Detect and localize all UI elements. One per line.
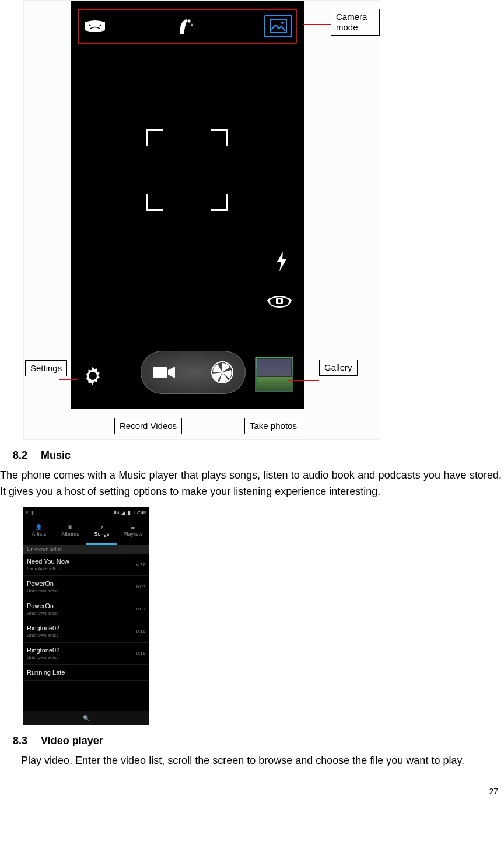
artists-icon: 👤 xyxy=(36,524,42,530)
camera-viewfinder xyxy=(71,1,304,409)
heading-music: 8.2 Music xyxy=(13,449,504,462)
svg-point-3 xyxy=(281,22,284,24)
song-row[interactable]: Ringtone02 Unknown artist 0:11 xyxy=(23,643,149,665)
svg-point-0 xyxy=(89,25,91,26)
songs-icon: ♪ xyxy=(100,524,103,530)
camera-mode-bar[interactable] xyxy=(78,9,297,44)
camera-screenshot: Camera mode Settings Gallery Record Vide… xyxy=(23,0,380,440)
take-photo-button[interactable] xyxy=(205,359,240,386)
battery-icon: ▮ xyxy=(128,510,131,515)
song-row[interactable]: Ringtone02 Unknown artist 0:11 xyxy=(23,620,149,643)
playlists-icon: ≣ xyxy=(131,524,135,530)
switch-camera-icon[interactable] xyxy=(267,292,292,306)
heading-video: 8.3 Video player xyxy=(13,735,504,747)
music-tabs: 👤 Artists ▣ Albums ♪ Songs ≣ Playlists xyxy=(23,518,149,545)
song-row[interactable]: PowerOn Unknown artist 0:03 xyxy=(23,598,149,620)
svg-point-1 xyxy=(100,25,102,26)
tab-songs[interactable]: ♪ Songs xyxy=(86,518,118,545)
song-row[interactable]: Running Late xyxy=(23,665,149,681)
photo-mode-icon[interactable] xyxy=(264,15,292,37)
svg-rect-7 xyxy=(153,367,167,378)
svg-point-6 xyxy=(278,299,281,303)
tab-albums[interactable]: ▣ Albums xyxy=(55,518,86,545)
tab-artists[interactable]: 👤 Artists xyxy=(23,518,55,545)
panorama-mode-icon[interactable] xyxy=(82,16,108,36)
label-gallery: Gallery xyxy=(319,360,358,376)
record-video-button[interactable] xyxy=(146,359,181,386)
capture-controls xyxy=(141,351,246,394)
signal-icon: ◢ xyxy=(121,510,125,515)
tab-playlists[interactable]: ≣ Playlists xyxy=(117,518,149,545)
search-icon: 🔍 xyxy=(83,715,90,721)
music-search-bar[interactable]: 🔍 xyxy=(23,711,149,725)
svg-rect-2 xyxy=(270,20,286,33)
song-row[interactable]: Need You Now Lady Antebellum 4:37 xyxy=(23,554,149,576)
label-take-photos: Take photos xyxy=(244,418,302,434)
wifi-icon: ▾ xyxy=(26,510,29,515)
label-record-videos: Record Videos xyxy=(114,418,182,434)
music-screenshot: ▾ ▮ 3G ◢ ▮ 17:48 👤 Artists ▣ Albums ♪ So… xyxy=(23,507,149,725)
flash-icon[interactable] xyxy=(276,252,288,275)
para-video: Play video. Enter the video list, scroll… xyxy=(0,753,502,769)
focus-frame xyxy=(146,129,228,211)
label-settings: Settings xyxy=(25,360,67,376)
network-label: 3G xyxy=(112,510,119,515)
para-music: The phone comes with a Music player that… xyxy=(0,467,502,500)
status-bar: ▾ ▮ 3G ◢ ▮ 17:48 xyxy=(23,507,149,518)
clock: 17:48 xyxy=(133,510,146,515)
gallery-thumbnail[interactable] xyxy=(255,357,293,392)
page-number: 27 xyxy=(489,787,498,796)
song-row[interactable]: PowerOn Unknown artist 0:03 xyxy=(23,576,149,598)
albums-icon: ▣ xyxy=(68,524,73,530)
camera-settings-icon[interactable] xyxy=(82,365,103,392)
beauty-mode-icon[interactable] xyxy=(173,16,199,36)
mute-icon: ▮ xyxy=(31,510,34,515)
songs-group-header: Unknown artist xyxy=(23,545,149,554)
label-camera-mode: Camera mode xyxy=(331,9,380,36)
